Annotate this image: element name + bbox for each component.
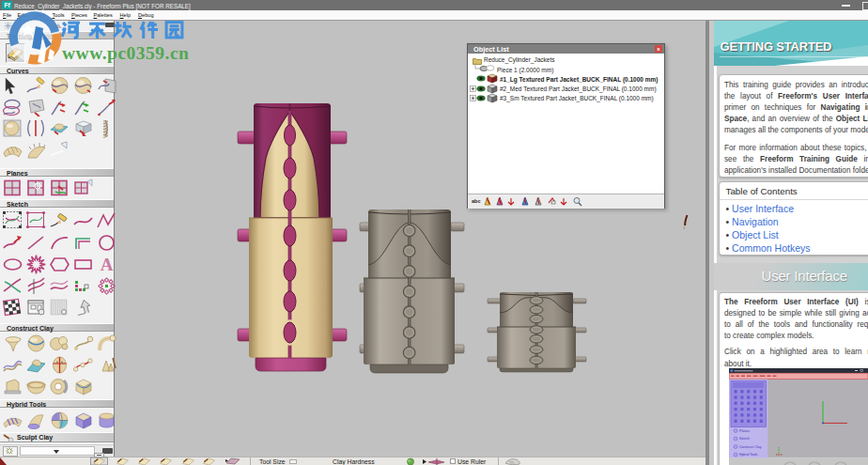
svg-text:GETTING STARTED: GETTING STARTED bbox=[720, 39, 831, 53]
svg-text:Sketch: Sketch bbox=[739, 437, 750, 441]
svg-text:A: A bbox=[101, 255, 114, 274]
svg-text:Planes: Planes bbox=[739, 429, 750, 433]
svg-text:Hybrid Tools: Hybrid Tools bbox=[739, 453, 758, 457]
svg-text:Construct Clay: Construct Clay bbox=[739, 445, 762, 449]
